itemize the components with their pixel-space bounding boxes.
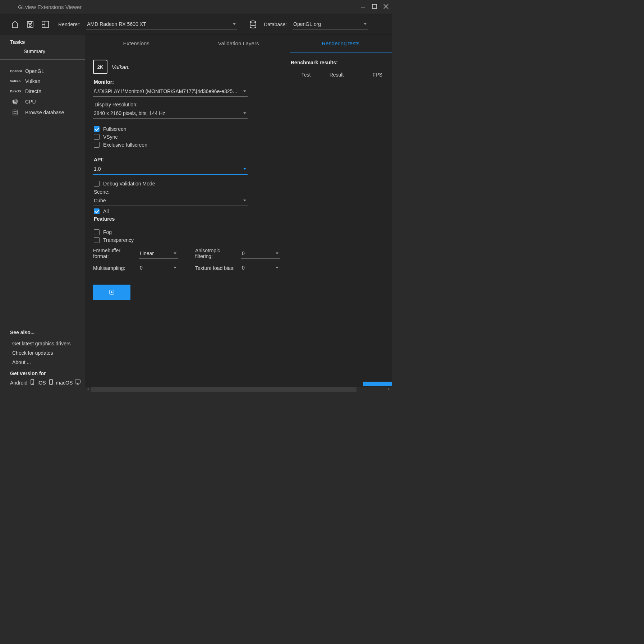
vulkan-icon: Vulkan — [10, 79, 20, 83]
fullscreen-checkbox[interactable]: Fullscreen — [93, 125, 276, 133]
svg-rect-30 — [75, 380, 80, 383]
vulkan-text: Vulkan. — [112, 64, 130, 70]
chevron-down-icon — [233, 23, 236, 25]
svg-marker-35 — [87, 388, 88, 390]
vsync-checkbox[interactable]: VSync — [93, 133, 276, 141]
framebuffer-select[interactable]: Linear — [139, 248, 178, 259]
platform-android[interactable]: Android — [10, 380, 27, 386]
svg-point-25 — [13, 110, 17, 112]
tab-rendering-tests[interactable]: Rendering tests — [290, 34, 392, 52]
monitor-label: Monitor: — [93, 79, 276, 85]
close-icon[interactable] — [383, 4, 389, 10]
exclusive-fullscreen-checkbox[interactable]: Exclusive fullscreen — [93, 141, 276, 149]
accent-bar — [363, 382, 392, 386]
svg-point-10 — [250, 21, 256, 23]
titlebar: GLview Extensions Viewer — [0, 0, 392, 14]
get-version-header: Get version for — [10, 371, 85, 376]
phone-icon — [29, 379, 35, 386]
renderer-value: AMD Radeon RX 5600 XT — [87, 21, 146, 27]
sidebar-item-vulkan[interactable]: Vulkan Vulkan — [0, 76, 85, 86]
content: Extensions Validation Layers Rendering t… — [85, 34, 392, 392]
home-icon[interactable] — [11, 20, 19, 29]
results-table-header: Test Result FPS — [291, 72, 384, 78]
layout-icon[interactable] — [41, 20, 50, 29]
chevron-down-icon — [243, 91, 246, 92]
opengl-icon: OpenGL — [10, 69, 20, 73]
chevron-down-icon — [174, 267, 176, 269]
link-check-updates[interactable]: Check for updates — [10, 348, 85, 358]
texture-bias-label: Texture load bias: — [195, 265, 239, 271]
svg-point-6 — [29, 24, 31, 27]
window-title: GLview Extensions Viewer — [18, 4, 360, 10]
chevron-down-icon — [243, 168, 246, 170]
svg-rect-11 — [14, 100, 17, 104]
sidebar-item-directx[interactable]: DirectX DirectX — [0, 86, 85, 96]
link-get-drivers[interactable]: Get latest graphics drivers — [10, 339, 85, 348]
chevron-down-icon — [243, 112, 246, 114]
database-icon — [10, 109, 20, 116]
anisotropic-label: Anisotropic filtering: — [195, 248, 239, 259]
resolution-badge-icon: 2K — [93, 60, 107, 74]
sidebar: Tasks Summary OpenGL OpenGL Vulkan Vulka… — [0, 34, 85, 392]
monitor-icon — [75, 379, 80, 386]
sidebar-item-summary[interactable]: Summary — [0, 47, 85, 59]
scroll-thumb[interactable] — [91, 387, 356, 392]
chevron-down-icon — [276, 267, 279, 269]
save-icon[interactable] — [26, 20, 34, 29]
col-test: Test — [291, 72, 321, 78]
chevron-down-icon — [243, 200, 246, 202]
divider — [0, 59, 85, 60]
sidebar-item-opengl[interactable]: OpenGL OpenGL — [0, 66, 85, 76]
database-select[interactable]: OpenGL.org — [293, 19, 368, 29]
scene-label: Scene: — [93, 188, 276, 196]
multisampling-select[interactable]: 0 — [139, 263, 178, 273]
svg-rect-12 — [14, 101, 16, 103]
anisotropic-select[interactable]: 0 — [241, 248, 280, 259]
maximize-icon[interactable] — [372, 4, 377, 10]
api-select[interactable]: 1.0 — [93, 164, 248, 175]
chevron-down-icon — [174, 252, 176, 254]
all-checkbox[interactable]: All — [93, 207, 276, 215]
scene-select[interactable]: Cube — [93, 196, 248, 206]
scroll-track[interactable] — [91, 387, 386, 392]
renderer-select[interactable]: AMD Radeon RX 5600 XT — [86, 19, 237, 29]
database-icon[interactable] — [249, 20, 257, 29]
texture-bias-select[interactable]: 0 — [241, 263, 280, 273]
resolution-label: Display Resolution: — [93, 98, 276, 108]
sidebar-item-cpu[interactable]: CPU — [0, 96, 85, 107]
debug-validation-checkbox[interactable]: Debug Validation Mode — [93, 180, 276, 188]
database-value: OpenGL.org — [293, 21, 321, 27]
svg-rect-5 — [29, 22, 32, 23]
tab-validation-layers[interactable]: Validation Layers — [187, 34, 289, 52]
col-result: Result — [321, 72, 352, 78]
benchmark-results-header: Benchmark results: — [291, 60, 384, 65]
col-fps: FPS — [352, 72, 384, 78]
transparency-checkbox[interactable]: Transparency — [93, 236, 276, 244]
fog-checkbox[interactable]: Fog — [93, 228, 276, 236]
vulkan-logo: 2K Vulkan. — [93, 60, 276, 74]
resolution-select[interactable]: 3840 x 2160 pixels, bits, 144 Hz — [93, 108, 248, 119]
tasks-header: Tasks — [0, 34, 85, 47]
chevron-down-icon — [276, 252, 279, 254]
chevron-down-icon — [364, 23, 367, 25]
horizontal-scrollbar[interactable] — [85, 387, 392, 392]
link-about[interactable]: About ... — [10, 358, 85, 367]
features-label: Features — [93, 216, 276, 222]
svg-marker-36 — [388, 388, 390, 390]
sidebar-item-browse-database[interactable]: Browse database — [0, 107, 85, 118]
scroll-left-icon[interactable] — [85, 387, 91, 392]
minimize-icon[interactable] — [360, 4, 366, 10]
monitor-select[interactable]: \\.\DISPLAY1\Monitor0 (MONITOR\SAM7177\{… — [93, 86, 248, 97]
platform-ios[interactable]: iOS — [37, 380, 46, 386]
platform-macos[interactable]: macOS — [56, 380, 73, 386]
multisampling-label: Multisampling: — [93, 265, 137, 271]
run-button[interactable] — [93, 285, 130, 300]
phone-icon — [48, 379, 54, 386]
scroll-right-icon[interactable] — [386, 387, 392, 392]
framebuffer-label: Framebuffer format: — [93, 248, 137, 259]
svg-marker-34 — [111, 291, 113, 293]
tab-extensions[interactable]: Extensions — [85, 34, 187, 52]
see-also-header: See also... — [10, 330, 85, 335]
api-label: API: — [93, 157, 276, 162]
database-label: Database: — [264, 22, 287, 27]
